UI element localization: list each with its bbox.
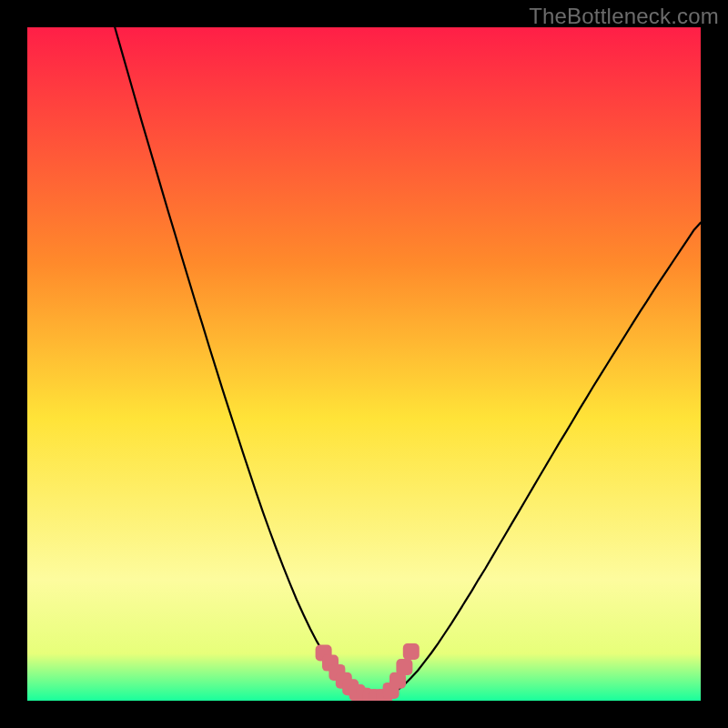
watermark-text: TheBottleneck.com (529, 4, 719, 29)
plot-area (27, 27, 701, 701)
valley-marker (403, 643, 420, 660)
chart-frame: TheBottleneck.com (0, 0, 728, 728)
gradient-background (27, 27, 701, 701)
valley-marker (396, 659, 412, 675)
chart-svg (27, 27, 701, 701)
